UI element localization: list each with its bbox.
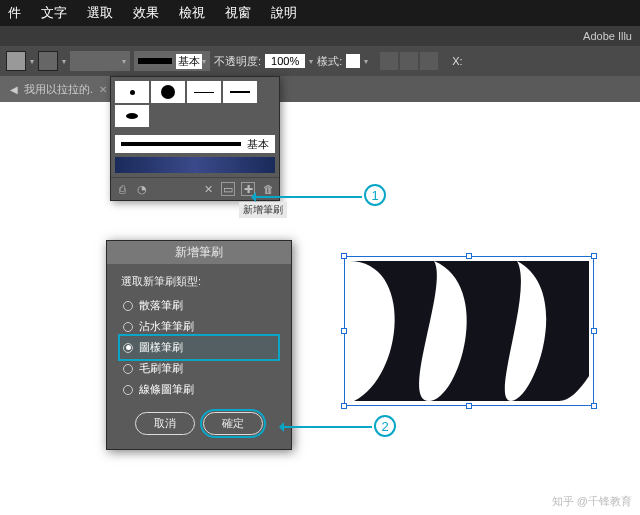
brush-type-option-art[interactable]: 線條圖筆刷	[121, 379, 277, 400]
stroke-swatch[interactable]	[38, 51, 58, 71]
resize-handle[interactable]	[591, 403, 597, 409]
menu-type[interactable]: 文字	[41, 4, 67, 22]
document-tab-label: 我用以拉拉的.	[24, 82, 93, 97]
brush-type-option-bristle[interactable]: 毛刷筆刷	[121, 358, 277, 379]
brush-thumb[interactable]	[115, 81, 149, 103]
dialog-title: 新增筆刷	[107, 241, 291, 264]
selected-artwork[interactable]	[344, 256, 594, 406]
brush-definition-dropdown[interactable]: 基本 ▾	[134, 51, 210, 71]
brush-thumb-grid	[111, 77, 279, 131]
annotation-callout-1: 1	[364, 184, 386, 206]
brush-basic-label: 基本	[247, 137, 269, 152]
menubar: 件 文字 選取 效果 檢視 視窗 說明	[0, 0, 640, 26]
chevron-down-icon[interactable]: ▾	[364, 57, 368, 66]
dialog-subtitle: 選取新筆刷類型:	[121, 274, 277, 289]
resize-handle[interactable]	[466, 403, 472, 409]
brush-thumb[interactable]	[187, 81, 221, 103]
chevron-down-icon[interactable]: ▾	[309, 57, 313, 66]
remove-brush-stroke-icon[interactable]: ✕	[201, 182, 215, 196]
delete-brush-icon[interactable]: 🗑	[261, 182, 275, 196]
brush-type-option-scatter[interactable]: 散落筆刷	[121, 295, 277, 316]
opacity-label: 不透明度:	[214, 54, 261, 69]
chevron-down-icon[interactable]: ▾	[30, 57, 34, 66]
resize-handle[interactable]	[341, 403, 347, 409]
resize-handle[interactable]	[341, 253, 347, 259]
app-title-bar: Adobe Illu	[0, 26, 640, 46]
x-label: X:	[452, 55, 462, 67]
annotation-callout-2: 2	[374, 415, 396, 437]
menu-select[interactable]: 選取	[87, 4, 113, 22]
menu-file[interactable]: 件	[8, 4, 21, 22]
new-brush-dialog: 新增筆刷 選取新筆刷類型: 散落筆刷 沾水筆筆刷 圖樣筆刷 毛刷筆刷 線條圖筆刷…	[106, 240, 292, 450]
annotation-arrow	[280, 426, 372, 428]
resize-handle[interactable]	[466, 253, 472, 259]
close-icon[interactable]: ✕	[99, 84, 107, 95]
selection-bounding-box	[344, 256, 594, 406]
style-label: 樣式:	[317, 54, 342, 69]
menu-view[interactable]: 檢視	[179, 4, 205, 22]
cancel-button[interactable]: 取消	[135, 412, 195, 435]
align-icon[interactable]	[420, 52, 438, 70]
opacity-value[interactable]: 100%	[265, 54, 305, 68]
brush-thumb[interactable]	[151, 81, 185, 103]
resize-handle[interactable]	[591, 253, 597, 259]
menu-help[interactable]: 說明	[271, 4, 297, 22]
chevron-down-icon[interactable]: ▾	[62, 57, 66, 66]
brush-thumb[interactable]	[115, 105, 149, 127]
brushes-panel: 基本 ⎙ ◔ ✕ ▭ ✚ 🗑 新增筆刷	[110, 76, 280, 201]
align-icon[interactable]	[400, 52, 418, 70]
control-toolbar: ▾ ▾ ▾ 基本 ▾ 不透明度: 100% ▾ 樣式: ▾ X:	[0, 46, 640, 76]
fill-swatch[interactable]	[6, 51, 26, 71]
brush-thumb[interactable]	[223, 81, 257, 103]
chevron-down-icon: ▾	[202, 57, 206, 66]
resize-handle[interactable]	[341, 328, 347, 334]
document-tab[interactable]: ◀ 我用以拉拉的. ✕	[0, 76, 117, 102]
annotation-arrow	[252, 196, 362, 198]
stroke-weight-dropdown[interactable]: ▾	[70, 51, 130, 71]
graphic-style-swatch[interactable]	[346, 54, 360, 68]
menu-window[interactable]: 視窗	[225, 4, 251, 22]
brush-art-row[interactable]	[115, 157, 275, 173]
stroke-options-icon[interactable]: ▭	[221, 182, 235, 196]
brush-preset-label: 基本	[176, 54, 202, 69]
align-icon[interactable]	[380, 52, 398, 70]
brush-type-option-calligraphic[interactable]: 沾水筆筆刷	[121, 316, 277, 337]
confirm-button[interactable]: 確定	[203, 412, 263, 435]
brush-basic-row[interactable]: 基本	[115, 135, 275, 153]
menu-effect[interactable]: 效果	[133, 4, 159, 22]
brush-options-icon[interactable]: ◔	[135, 182, 149, 196]
resize-handle[interactable]	[591, 328, 597, 334]
tooltip-new-brush: 新增筆刷	[239, 202, 287, 218]
watermark: 知乎 @千锋教育	[552, 494, 632, 509]
libraries-icon[interactable]: ⎙	[115, 182, 129, 196]
brush-type-option-pattern[interactable]: 圖樣筆刷	[121, 337, 277, 358]
document-tabs: ◀ 我用以拉拉的. ✕	[0, 76, 640, 102]
app-name: Adobe Illu	[583, 30, 632, 42]
